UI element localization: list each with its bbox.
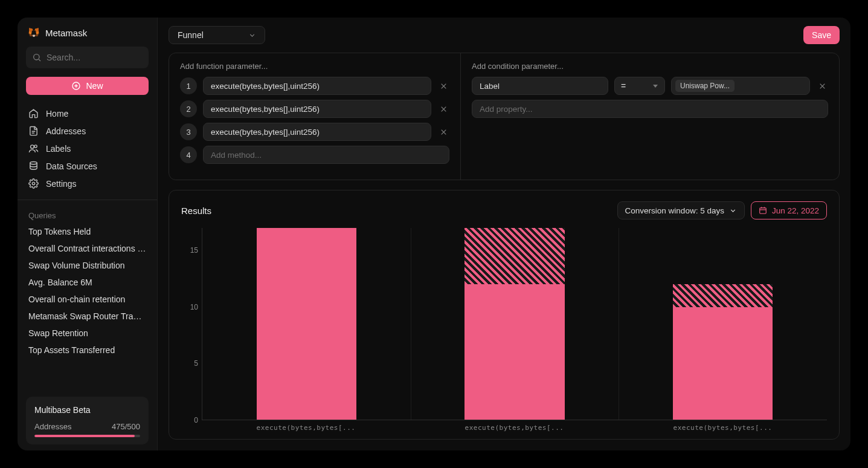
params-row: Add function parameter... 1 2 3 4 Add co… [169, 53, 840, 180]
close-icon [440, 128, 448, 136]
query-item[interactable]: Top Assets Transferred [26, 342, 149, 358]
main: Funnel Save Add function parameter... 1 … [158, 18, 850, 450]
sidebar: Metamask New Home Addresses [18, 18, 158, 450]
nav-data-sources[interactable]: Data Sources [26, 157, 149, 175]
remove-method-button[interactable] [437, 80, 449, 92]
nav-label: Home [46, 109, 68, 119]
new-button[interactable]: New [26, 77, 149, 95]
beta-addresses-row: Addresses 475/500 [34, 422, 140, 431]
nav-label: Settings [46, 179, 77, 189]
method-input[interactable] [203, 123, 431, 141]
plus-circle-icon [71, 81, 81, 91]
bar-slot [202, 228, 411, 420]
remove-method-button[interactable] [437, 126, 449, 138]
date-value: Jun 22, 2022 [772, 206, 819, 215]
bar-dropoff [465, 228, 564, 284]
nav-label: Addresses [46, 126, 86, 136]
function-params-col: Add function parameter... 1 2 3 4 [169, 53, 460, 180]
new-button-label: New [86, 81, 103, 91]
add-property-row [472, 100, 828, 118]
beta-title: Multibase Beta [34, 405, 140, 415]
bar-stack [673, 228, 773, 420]
search-input[interactable] [26, 47, 149, 68]
nav-home[interactable]: Home [26, 105, 149, 122]
add-property-input[interactable] [472, 100, 828, 118]
y-tick: 10 [190, 303, 198, 311]
query-item[interactable]: Overall Contract interactions Le... [26, 241, 149, 256]
gear-icon [28, 178, 39, 189]
bar-stack [257, 228, 356, 420]
query-item[interactable]: Swap Volume Distribution [26, 258, 149, 273]
results-title: Results [181, 206, 211, 216]
brand-name: Metamask [45, 28, 87, 38]
step-number: 1 [180, 77, 197, 94]
method-input[interactable] [203, 100, 431, 118]
nav-label: Labels [46, 144, 71, 154]
query-item[interactable]: Metamask Swap Router Transa... [26, 308, 149, 324]
method-input[interactable] [203, 77, 431, 95]
date-button[interactable]: Jun 22, 2022 [751, 201, 827, 219]
x-label: execute(bytes,bytes[... [410, 424, 619, 432]
nav-labels[interactable]: Labels [26, 140, 149, 157]
query-list: Top Tokens HeldOverall Contract interact… [26, 224, 149, 358]
nav-label: Data Sources [46, 161, 97, 171]
remove-condition-button[interactable] [816, 80, 828, 92]
nav-addresses[interactable]: Addresses [26, 122, 149, 140]
search-wrap [26, 47, 149, 68]
nav-settings[interactable]: Settings [26, 175, 149, 192]
query-item[interactable]: Avg. Balance 6M [26, 275, 149, 290]
function-params-label: Add function parameter... [180, 62, 449, 71]
bar-converted [673, 307, 773, 420]
svg-rect-29 [760, 208, 767, 213]
results-card: Results Conversion window: 5 days Jun 22… [169, 190, 840, 440]
step-number: 4 [180, 146, 197, 163]
bar-slot [411, 228, 619, 420]
query-item[interactable]: Overall on-chain retention [26, 291, 149, 307]
svg-point-9 [34, 54, 39, 60]
conversion-window-select[interactable]: Conversion window: 5 days [617, 201, 745, 219]
app-window: Metamask New Home Addresses [18, 18, 850, 450]
close-icon [440, 105, 448, 113]
plot-area [202, 228, 827, 420]
chevron-down-icon [248, 31, 256, 39]
close-icon [440, 82, 448, 90]
y-tick: 0 [194, 416, 198, 424]
beta-progress-fill [34, 435, 135, 437]
step-number: 3 [180, 123, 197, 140]
query-type-value: Funnel [178, 30, 204, 40]
svg-line-10 [39, 59, 40, 61]
svg-point-19 [32, 182, 34, 184]
close-icon [818, 82, 826, 90]
method-row: 2 [180, 100, 449, 118]
operator-value: = [621, 81, 626, 91]
condition-value-field[interactable]: Uniswap Pow... [671, 77, 810, 95]
method-row: 1 [180, 77, 449, 95]
bar-converted [257, 228, 356, 420]
nav-list: Home Addresses Labels Data Sources Setti… [26, 105, 149, 192]
query-item[interactable]: Swap Retention [26, 325, 149, 341]
users-icon [28, 143, 39, 154]
divider [18, 200, 157, 200]
query-type-select[interactable]: Funnel [169, 26, 265, 44]
beta-progress [34, 435, 140, 437]
condition-params-col: Add condition parameter... = Uniswap Pow… [460, 53, 839, 180]
database-icon [28, 161, 39, 171]
condition-operator-select[interactable]: = [614, 77, 665, 95]
home-icon [28, 108, 39, 119]
svg-point-16 [31, 145, 34, 149]
document-icon [28, 126, 39, 136]
remove-method-button[interactable] [437, 103, 449, 115]
add-method-input[interactable] [203, 146, 449, 164]
condition-params-label: Add condition parameter... [472, 62, 828, 71]
bar-slot [619, 228, 827, 420]
x-label: execute(bytes,bytes[... [619, 424, 827, 432]
condition-property-input[interactable] [472, 77, 608, 95]
query-item[interactable]: Top Tokens Held [26, 224, 149, 239]
save-button[interactable]: Save [803, 26, 840, 44]
queries-section-label: Queries [26, 207, 149, 224]
condition-value-tag: Uniswap Pow... [675, 80, 735, 92]
x-axis-labels: execute(bytes,bytes[...execute(bytes,byt… [202, 420, 827, 432]
step-number: 2 [180, 100, 197, 117]
x-label: execute(bytes,bytes[... [202, 424, 410, 432]
y-tick: 15 [190, 246, 198, 255]
